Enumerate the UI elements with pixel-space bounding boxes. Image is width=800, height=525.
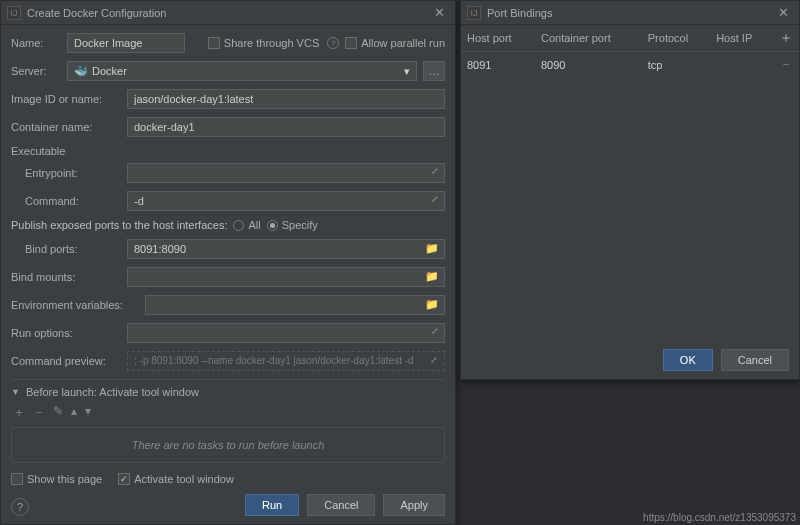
run-options-input[interactable] <box>127 323 445 343</box>
publish-ports-label: Publish exposed ports to the host interf… <box>11 219 227 231</box>
port-bindings-table: Host port Container port Protocol Host I… <box>461 25 799 77</box>
radio-all[interactable]: All <box>233 219 260 231</box>
server-more-button[interactable]: … <box>423 61 445 81</box>
remove-task-button[interactable]: － <box>33 404 45 421</box>
help-icon[interactable]: ? <box>327 37 339 49</box>
container-name-label: Container name: <box>11 121 121 133</box>
before-launch-toggle[interactable]: ▼ Before launch: Activate tool window <box>11 386 445 398</box>
close-icon[interactable]: ✕ <box>774 5 793 20</box>
docker-icon: 🐳 <box>74 65 88 77</box>
command-input[interactable] <box>127 191 445 211</box>
share-vcs-checkbox[interactable]: Share through VCS <box>208 37 319 49</box>
server-select[interactable]: 🐳Docker ▾ <box>67 61 417 81</box>
executable-section-title: Executable <box>11 145 445 157</box>
allow-parallel-checkbox[interactable]: Allow parallel run <box>345 37 445 49</box>
env-vars-label: Environment variables: <box>11 299 139 311</box>
move-down-button[interactable]: ▾ <box>85 404 91 421</box>
apply-button[interactable]: Apply <box>383 494 445 516</box>
command-preview-label: Command preview: <box>11 355 121 367</box>
folder-icon[interactable]: 📁 <box>425 242 439 255</box>
folder-icon[interactable]: 📁 <box>425 270 439 283</box>
activate-tool-window-checkbox[interactable]: Activate tool window <box>118 473 234 485</box>
cancel-button[interactable]: Cancel <box>307 494 375 516</box>
folder-icon[interactable]: 📁 <box>425 298 439 311</box>
app-icon: IJ <box>467 6 481 20</box>
col-container-port[interactable]: Container port <box>535 25 642 52</box>
edit-task-button[interactable]: ✎ <box>53 404 63 421</box>
name-input[interactable] <box>67 33 185 53</box>
entrypoint-input[interactable] <box>127 163 445 183</box>
add-task-button[interactable]: ＋ <box>13 404 25 421</box>
name-label: Name: <box>11 37 61 49</box>
chevron-down-icon: ▾ <box>404 65 410 78</box>
bind-mounts-input[interactable] <box>127 267 445 287</box>
container-name-input[interactable] <box>127 117 445 137</box>
titlebar: IJ Port Bindings ✕ <box>461 1 799 25</box>
add-row-button[interactable]: ＋ <box>779 29 793 45</box>
show-this-page-checkbox[interactable]: Show this page <box>11 473 102 485</box>
env-vars-input[interactable] <box>145 295 445 315</box>
entrypoint-label: Entrypoint: <box>25 167 121 179</box>
chevron-down-icon: ▼ <box>11 387 20 397</box>
col-protocol[interactable]: Protocol <box>642 25 710 52</box>
delete-row-button[interactable]: － <box>780 57 792 71</box>
ok-button[interactable]: OK <box>663 349 713 371</box>
before-launch-empty: There are no tasks to run before launch <box>11 427 445 463</box>
run-options-label: Run options: <box>11 327 121 339</box>
col-host-port[interactable]: Host port <box>461 25 535 52</box>
command-preview: ; -p 8091:8090 --name docker-day1 jason/… <box>127 351 445 371</box>
col-host-ip[interactable]: Host IP <box>710 25 773 52</box>
close-icon[interactable]: ✕ <box>430 5 449 20</box>
create-docker-config-window: IJ Create Docker Configuration ✕ Name: S… <box>0 0 456 525</box>
window-title: Create Docker Configuration <box>27 7 430 19</box>
run-button[interactable]: Run <box>245 494 299 516</box>
window-title: Port Bindings <box>487 7 774 19</box>
table-row[interactable]: 8091 8090 tcp － <box>461 52 799 78</box>
image-id-input[interactable] <box>127 89 445 109</box>
before-launch-toolbar: ＋ － ✎ ▴ ▾ <box>11 404 445 421</box>
help-button[interactable]: ? <box>11 498 29 516</box>
image-id-label: Image ID or name: <box>11 93 121 105</box>
titlebar: IJ Create Docker Configuration ✕ <box>1 1 455 25</box>
expand-icon[interactable]: ⤢ <box>430 355 438 365</box>
port-bindings-window: IJ Port Bindings ✕ Host port Container p… <box>460 0 800 380</box>
server-label: Server: <box>11 65 61 77</box>
bind-ports-label: Bind ports: <box>25 243 121 255</box>
move-up-button[interactable]: ▴ <box>71 404 77 421</box>
bind-ports-input[interactable] <box>127 239 445 259</box>
app-icon: IJ <box>7 6 21 20</box>
command-label: Command: <box>25 195 121 207</box>
bind-mounts-label: Bind mounts: <box>11 271 121 283</box>
watermark: https://blog.csdn.net/z1353095373 <box>643 512 796 523</box>
radio-specify[interactable]: Specify <box>267 219 318 231</box>
cancel-button[interactable]: Cancel <box>721 349 789 371</box>
